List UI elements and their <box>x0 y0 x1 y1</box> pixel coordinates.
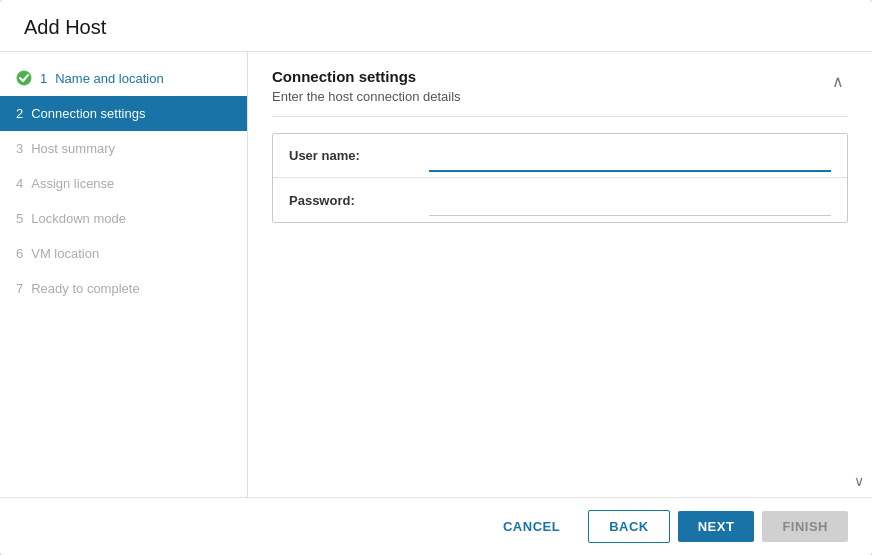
collapse-icon[interactable]: ∧ <box>828 68 848 95</box>
back-button[interactable]: BACK <box>588 510 670 543</box>
sidebar-item-name-step3: Host summary <box>31 141 115 156</box>
finish-button: FINISH <box>762 511 848 542</box>
sidebar-item-number-step6: 6 <box>16 246 23 261</box>
username-input[interactable] <box>429 139 831 172</box>
sidebar-item-label-step1: 1 <box>40 71 47 86</box>
content-header: Connection settings Enter the host conne… <box>248 52 872 116</box>
sidebar-item-name-step1: Name and location <box>55 71 163 86</box>
content-title: Connection settings <box>272 68 461 85</box>
sidebar-item-step4: 4 Assign license <box>0 166 247 201</box>
check-icon <box>16 70 32 86</box>
sidebar-item-number-step7: 7 <box>16 281 23 296</box>
form-box: User name: Password: <box>272 133 848 223</box>
content-subtitle: Enter the host connection details <box>272 89 461 104</box>
sidebar-item-step6: 6 VM location <box>0 236 247 271</box>
next-button[interactable]: NEXT <box>678 511 755 542</box>
dialog-header: Add Host <box>0 0 872 52</box>
password-input[interactable] <box>429 184 831 216</box>
sidebar-item-name-step4: Assign license <box>31 176 114 191</box>
scroll-down-icon[interactable]: ∨ <box>846 465 872 497</box>
sidebar-item-name-step2: Connection settings <box>31 106 145 121</box>
add-host-dialog: Add Host 1 Name and location 2 Connectio… <box>0 0 872 555</box>
sidebar-item-number-step4: 4 <box>16 176 23 191</box>
sidebar-item-number-step3: 3 <box>16 141 23 156</box>
sidebar-item-name-step6: VM location <box>31 246 99 261</box>
cancel-button[interactable]: CANCEL <box>483 511 580 542</box>
username-label: User name: <box>289 148 429 163</box>
form-area: User name: Password: <box>248 117 872 497</box>
content-scroll-area: Connection settings Enter the host conne… <box>248 52 872 497</box>
dialog-body: 1 Name and location 2 Connection setting… <box>0 52 872 497</box>
sidebar-item-step2[interactable]: 2 Connection settings <box>0 96 247 131</box>
password-row: Password: <box>273 178 847 222</box>
content-header-left: Connection settings Enter the host conne… <box>272 68 461 116</box>
dialog-footer: CANCEL BACK NEXT FINISH <box>0 497 872 555</box>
sidebar: 1 Name and location 2 Connection setting… <box>0 52 248 497</box>
sidebar-item-step3: 3 Host summary <box>0 131 247 166</box>
username-row: User name: <box>273 134 847 178</box>
sidebar-item-number-step2: 2 <box>16 106 23 121</box>
sidebar-item-step5: 5 Lockdown mode <box>0 201 247 236</box>
sidebar-item-name-step7: Ready to complete <box>31 281 139 296</box>
sidebar-item-step1[interactable]: 1 Name and location <box>0 60 247 96</box>
dialog-title: Add Host <box>24 16 848 39</box>
sidebar-item-number-step5: 5 <box>16 211 23 226</box>
sidebar-item-step7: 7 Ready to complete <box>0 271 247 306</box>
content-area: Connection settings Enter the host conne… <box>248 52 872 497</box>
sidebar-item-name-step5: Lockdown mode <box>31 211 126 226</box>
password-label: Password: <box>289 193 429 208</box>
